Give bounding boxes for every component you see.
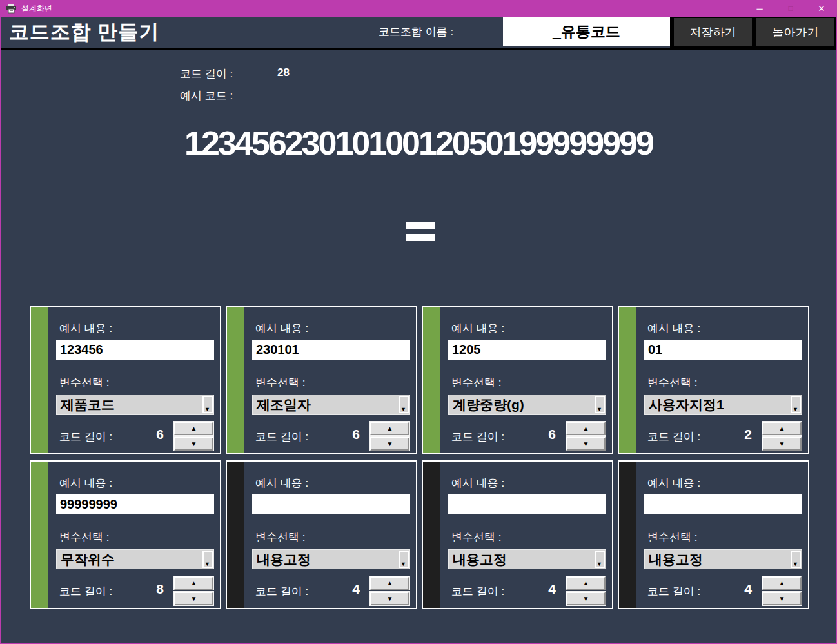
length-stepper: ▲ ▼: [566, 576, 606, 605]
code-segment-panel: 예시 내용 : 변수선택 : 제조일자 ▼ 코드 길이 : 6 ▲ ▼: [226, 306, 417, 454]
close-button[interactable]: ✕: [806, 0, 837, 17]
example-content-input[interactable]: [56, 494, 214, 514]
minimize-button[interactable]: ─: [744, 0, 775, 17]
variable-select-label: 변수선택 :: [59, 375, 109, 390]
variable-select-dropdown[interactable]: 제조일자 ▼: [252, 395, 410, 415]
segment-length-value: 4: [498, 581, 556, 597]
segment-length-value: 4: [694, 581, 752, 597]
example-content-input[interactable]: [448, 494, 606, 514]
header-buttons: 저장하기 돌아가기: [670, 17, 836, 50]
chevron-down-icon: ▼: [596, 561, 602, 567]
variable-select-label: 변수선택 :: [647, 530, 697, 545]
spinner-down-button[interactable]: ▼: [370, 592, 409, 605]
code-combo-name-label: 코드조합 이름 :: [379, 17, 453, 46]
app-window: 설계화면 ─ □ ✕ 코드조합 만들기 코드조합 이름 : 저장하기 돌아가기 …: [0, 0, 837, 644]
segment-length-label: 코드 길이 :: [647, 584, 700, 599]
example-content-label: 예시 내용 :: [647, 321, 700, 336]
dropdown-arrow-strip: ▼: [399, 551, 409, 568]
segment-length-label: 코드 길이 :: [59, 429, 112, 444]
panel-status-stripe: [423, 462, 440, 608]
variable-select-dropdown[interactable]: 사용자지정1 ▼: [644, 395, 802, 415]
example-content-label: 예시 내용 :: [451, 476, 504, 491]
variable-select-dropdown[interactable]: 제품코드 ▼: [56, 395, 214, 415]
spinner-down-button[interactable]: ▼: [566, 437, 606, 451]
dropdown-arrow-strip: ▼: [791, 551, 801, 568]
chevron-down-icon: ▼: [400, 561, 406, 567]
dropdown-arrow-strip: ▼: [202, 396, 213, 413]
chevron-down-icon: ▼: [793, 406, 798, 413]
example-content-input[interactable]: [252, 494, 410, 514]
variable-select-label: 변수선택 :: [59, 530, 109, 545]
spinner-up-button[interactable]: ▲: [174, 422, 213, 435]
code-segment-panel: 예시 내용 : 변수선택 : 내용고정 ▼ 코드 길이 : 4 ▲ ▼: [422, 460, 613, 609]
spinner-up-button[interactable]: ▲: [370, 576, 409, 590]
spinner-up-button[interactable]: ▲: [566, 576, 606, 590]
chevron-down-icon: ▼: [596, 406, 602, 413]
example-content-label: 예시 내용 :: [59, 476, 112, 491]
titlebar[interactable]: 설계화면 ─ □ ✕: [0, 0, 837, 17]
variable-select-value: 내용고정: [453, 551, 507, 569]
panel-status-stripe: [227, 462, 244, 608]
spinner-up-button[interactable]: ▲: [174, 576, 213, 590]
code-segment-panel: 예시 내용 : 변수선택 : 계량중량(g) ▼ 코드 길이 : 6 ▲ ▼: [422, 306, 613, 454]
spinner-down-button[interactable]: ▼: [566, 592, 606, 605]
segment-length-label: 코드 길이 :: [255, 584, 308, 599]
spinner-down-button[interactable]: ▼: [762, 592, 802, 605]
example-content-input[interactable]: [644, 340, 802, 360]
length-stepper: ▲ ▼: [174, 422, 213, 451]
variable-select-dropdown[interactable]: 내용고정 ▼: [252, 549, 410, 569]
variable-select-dropdown[interactable]: 무작위수 ▼: [56, 549, 214, 569]
example-content-label: 예시 내용 :: [255, 321, 308, 336]
spinner-down-button[interactable]: ▼: [174, 592, 213, 605]
segment-length-value: 6: [302, 427, 360, 442]
spinner-down-button[interactable]: ▼: [174, 437, 213, 451]
example-content-input[interactable]: [448, 340, 606, 360]
segment-length-label: 코드 길이 :: [451, 429, 504, 444]
code-segment-panel: 예시 내용 : 변수선택 : 내용고정 ▼ 코드 길이 : 4 ▲ ▼: [618, 460, 809, 609]
spinner-up-button[interactable]: ▲: [370, 422, 409, 435]
variable-select-value: 무작위수: [61, 551, 115, 569]
page-title: 코드조합 만들기: [9, 19, 160, 46]
example-content-input[interactable]: [644, 494, 802, 514]
spinner-up-button[interactable]: ▲: [762, 576, 802, 590]
spinner-down-button[interactable]: ▼: [762, 437, 802, 451]
length-stepper: ▲ ▼: [370, 422, 409, 451]
length-stepper: ▲ ▼: [762, 576, 802, 605]
variable-select-label: 변수선택 :: [451, 530, 501, 545]
code-segment-panel: 예시 내용 : 변수선택 : 내용고정 ▼ 코드 길이 : 4 ▲ ▼: [226, 460, 417, 609]
example-code-label: 예시 코드 :: [180, 88, 233, 103]
chevron-down-icon: ▼: [204, 561, 210, 567]
variable-select-dropdown[interactable]: 내용고정 ▼: [644, 549, 802, 569]
segment-length-value: 8: [106, 581, 164, 597]
length-stepper: ▲ ▼: [174, 576, 213, 605]
length-stepper: ▲ ▼: [566, 422, 606, 451]
segment-length-label: 코드 길이 :: [647, 429, 700, 444]
variable-select-label: 변수선택 :: [255, 530, 305, 545]
variable-select-value: 내용고정: [649, 551, 703, 569]
variable-select-value: 제조일자: [257, 396, 311, 414]
example-content-input[interactable]: [56, 340, 214, 360]
variable-select-dropdown[interactable]: 내용고정 ▼: [448, 549, 606, 569]
spinner-down-button[interactable]: ▼: [370, 437, 409, 451]
dropdown-arrow-strip: ▼: [399, 396, 409, 413]
dropdown-arrow-strip: ▼: [791, 396, 801, 413]
variable-select-label: 변수선택 :: [255, 375, 305, 390]
segment-length-value: 2: [694, 427, 752, 442]
variable-select-dropdown[interactable]: 계량중량(g) ▼: [448, 395, 606, 415]
save-button[interactable]: 저장하기: [674, 18, 752, 46]
maximize-button[interactable]: □: [775, 0, 806, 17]
panel-status-stripe: [423, 307, 440, 453]
dropdown-arrow-strip: ▼: [595, 551, 605, 568]
example-code-value: 1234562301010012050199999999: [1, 124, 836, 162]
spinner-up-button[interactable]: ▲: [566, 422, 606, 435]
chevron-down-icon: ▼: [793, 561, 798, 567]
segment-length-value: 6: [498, 427, 556, 442]
spinner-up-button[interactable]: ▲: [762, 422, 802, 435]
code-combo-name-input[interactable]: [503, 17, 670, 46]
segment-length-label: 코드 길이 :: [451, 584, 504, 599]
variable-select-value: 계량중량(g): [453, 396, 524, 414]
example-content-input[interactable]: [252, 340, 410, 360]
length-stepper: ▲ ▼: [762, 422, 802, 451]
back-button[interactable]: 돌아가기: [756, 18, 834, 46]
panel-status-stripe: [227, 307, 244, 453]
